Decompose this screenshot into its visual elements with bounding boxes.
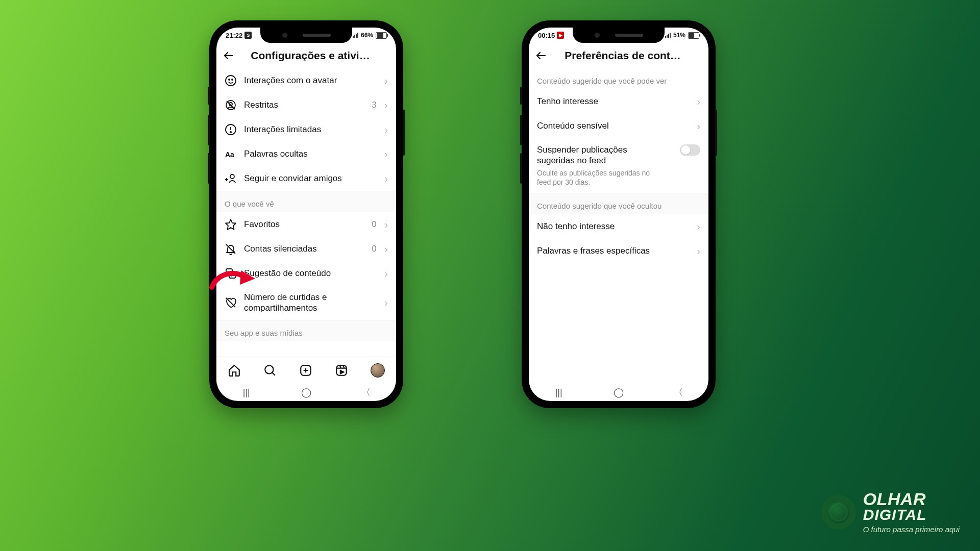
svg-marker-14	[226, 219, 236, 230]
home-button[interactable]: ◯	[291, 387, 322, 398]
phone-notch	[573, 28, 665, 43]
row-label: Favoritos	[244, 219, 364, 230]
row-label: Contas silenciadas	[244, 243, 364, 254]
page-title: Configurações e ativi…	[241, 49, 380, 62]
status-time: 21:22	[226, 32, 242, 39]
signal-icon	[665, 33, 671, 38]
chevron-right-icon: ›	[384, 100, 388, 110]
star-icon	[225, 218, 237, 231]
profile-tab-avatar[interactable]	[371, 363, 385, 378]
chevron-right-icon: ›	[384, 76, 388, 86]
svg-line-21	[272, 372, 275, 375]
settings-row-avatar-interactions[interactable]: Interações com o avatar ›	[216, 68, 396, 93]
back-arrow-icon[interactable]	[223, 49, 235, 62]
row-label: Palavras e frases específicas	[537, 245, 690, 256]
status-badge-icon: ▶	[557, 32, 564, 39]
back-arrow-icon[interactable]	[535, 49, 547, 62]
page-title: Preferências de cont…	[553, 49, 692, 62]
settings-row-muted-accounts[interactable]: Contas silenciadas 0 ›	[216, 237, 396, 261]
row-label: Palavras ocultas	[244, 148, 377, 159]
home-button[interactable]: ◯	[603, 387, 634, 398]
bottom-tab-bar	[216, 357, 396, 384]
chevron-right-icon: ›	[697, 246, 700, 256]
chevron-right-icon: ›	[384, 149, 388, 159]
pref-row-not-interested[interactable]: Não tenho interesse ›	[529, 214, 708, 239]
row-label: Não tenho interesse	[537, 221, 690, 232]
row-value: 0	[372, 220, 376, 229]
chevron-right-icon: ›	[384, 219, 388, 230]
row-label: Restritas	[244, 99, 364, 110]
toggle-switch[interactable]	[680, 144, 700, 156]
home-tab-icon[interactable]	[228, 364, 241, 377]
screen-header: Preferências de cont…	[529, 43, 708, 68]
battery-percent: 51%	[673, 32, 685, 39]
pref-row-specific-words[interactable]: Palavras e frases específicas ›	[529, 239, 708, 263]
section-header: O que você vê	[216, 191, 396, 212]
battery-icon	[376, 32, 387, 39]
signal-icon	[353, 33, 358, 38]
screen-header: Configurações e ativi…	[216, 43, 396, 68]
chevron-right-icon: ›	[384, 244, 388, 254]
reels-tab-icon[interactable]	[335, 364, 348, 377]
row-label: Tenho interesse	[537, 96, 690, 107]
bell-off-icon	[225, 243, 237, 255]
aa-icon: Aa	[225, 148, 237, 160]
back-button[interactable]: 〈	[663, 386, 694, 398]
alert-icon	[225, 123, 237, 136]
brand-name-2: DIGITAL	[863, 508, 960, 522]
chevron-right-icon: ›	[384, 173, 388, 184]
preferences-list: Conteúdo sugerido que você pode ver Tenh…	[529, 68, 708, 384]
row-label: Número de curtidas e compartilhamentos	[244, 292, 377, 314]
svg-point-11	[230, 174, 234, 179]
chevron-right-icon: ›	[697, 121, 700, 131]
search-tab-icon[interactable]	[263, 364, 277, 377]
svg-marker-18	[231, 274, 233, 276]
pref-row-suspend-suggested[interactable]: Suspender publicações sugeridas no feed …	[529, 138, 708, 193]
phone-notch	[260, 28, 352, 43]
add-user-icon	[225, 172, 237, 185]
phone-right: 00:15 ▶ 51% Preferências de cont… Conteú…	[522, 20, 716, 408]
settings-row-hidden-words[interactable]: Aa Palavras ocultas ›	[216, 142, 396, 166]
section-header: Conteúdo sugerido que você ocultou	[529, 193, 708, 214]
row-value: 3	[372, 101, 376, 110]
svg-point-9	[230, 132, 231, 133]
recents-button[interactable]: |||	[231, 387, 262, 398]
settings-row-follow-invite[interactable]: Seguir e convidar amigos ›	[216, 166, 396, 191]
row-label: Seguir e convidar amigos	[244, 173, 377, 184]
chevron-right-icon: ›	[697, 96, 700, 107]
recents-button[interactable]: |||	[544, 387, 574, 398]
battery-percent: 66%	[361, 32, 373, 39]
blocked-icon	[225, 99, 237, 111]
settings-row-restricted[interactable]: Restritas 3 ›	[216, 93, 396, 117]
chevron-right-icon: ›	[384, 268, 388, 279]
settings-list: Interações com o avatar › Restritas 3 › …	[216, 68, 396, 357]
svg-marker-29	[340, 370, 344, 374]
row-value: 0	[372, 244, 376, 254]
svg-text:Aa: Aa	[225, 151, 234, 159]
settings-row-limited-interactions[interactable]: Interações limitadas ›	[216, 117, 396, 142]
brand-tagline: O futuro passa primeiro aqui	[863, 525, 960, 534]
back-button[interactable]: 〈	[351, 386, 381, 398]
status-time: 00:15	[538, 32, 555, 39]
android-nav-bar: ||| ◯ 〈	[529, 384, 708, 401]
svg-point-2	[229, 79, 230, 80]
phone-left: 21:22 S 66% Configurações e ativi…	[209, 20, 403, 408]
svg-point-1	[226, 76, 236, 86]
android-nav-bar: ||| ◯ 〈	[216, 384, 396, 401]
battery-icon	[688, 32, 699, 39]
chevron-right-icon: ›	[384, 297, 388, 308]
row-label: Interações limitadas	[244, 124, 377, 135]
section-header: Conteúdo sugerido que você pode ver	[529, 68, 708, 89]
settings-row-likes-shares[interactable]: Número de curtidas e compartilhamentos ›	[216, 286, 396, 320]
settings-row-content-suggestion[interactable]: Sugestão de conteúdo ›	[216, 261, 396, 286]
tutorial-image: 21:22 S 66% Configurações e ativi…	[0, 0, 980, 551]
settings-row-favorites[interactable]: Favoritos 0 ›	[216, 212, 396, 237]
chevron-right-icon: ›	[384, 124, 388, 135]
row-label: Interações com o avatar	[244, 75, 377, 86]
svg-point-20	[265, 365, 273, 373]
pref-row-interested[interactable]: Tenho interesse ›	[529, 89, 708, 114]
brand-logo-icon	[821, 495, 856, 530]
section-header: Seu app e suas mídias	[216, 320, 396, 341]
pref-row-sensitive-content[interactable]: Conteúdo sensível ›	[529, 114, 708, 138]
create-tab-icon[interactable]	[299, 364, 312, 377]
